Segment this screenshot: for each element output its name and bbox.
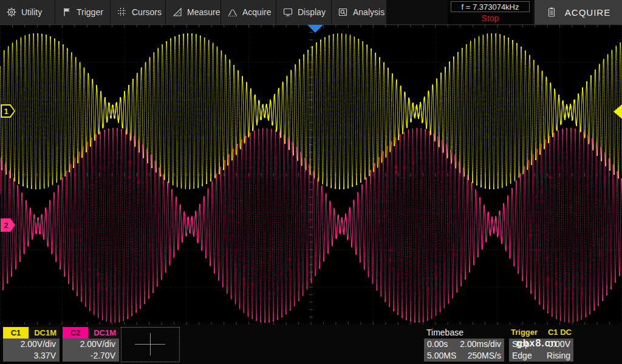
timebase-values: 0.00s 2.00ms/div 5.00MS 250MS/s — [424, 339, 504, 362]
channel1-values: 2.00V/div 3.37V — [3, 339, 60, 362]
menu-label: Trigger — [77, 7, 103, 17]
flag-icon — [61, 7, 72, 18]
trigger-type: Edge — [512, 350, 541, 362]
channel1-header: C1 DC1M — [3, 327, 60, 339]
channel1-chip: C1 — [3, 327, 29, 339]
add-channel-button[interactable] — [121, 327, 180, 362]
gear-icon — [6, 7, 17, 18]
bell-curve-icon — [227, 7, 238, 18]
waveform-display: 1 2 — [0, 25, 622, 325]
channel2-header: C2 DC1M — [63, 327, 119, 339]
clipboard-icon — [546, 7, 557, 18]
monitor-icon — [282, 7, 293, 18]
channel2-values: 2.00V/div -2.70V — [63, 339, 119, 362]
channel2-coupling: DC1M — [88, 327, 119, 339]
menu-item-acquire[interactable]: Acquire — [221, 0, 276, 24]
channel2-chip: C2 — [63, 327, 88, 339]
channel1-coupling: DC1M — [29, 327, 60, 339]
channel1-info-box[interactable]: C1 DC1M 2.00V/div 3.37V — [3, 327, 60, 362]
setsquare-icon — [172, 7, 183, 18]
plus-icon — [150, 333, 151, 356]
channel2-info-box[interactable]: C2 DC1M 2.00V/div -2.70V — [63, 327, 119, 362]
channel1-offset: 3.37V — [7, 350, 56, 362]
acquire-button-label: ACQUIRE — [565, 7, 610, 18]
timebase-info-box[interactable]: Timebase 0.00s 2.00ms/div 5.00MS 250MS/s — [424, 327, 504, 362]
channel1-scale: 2.00V/div — [7, 339, 56, 350]
timebase-sample-rate: 250MS/s — [460, 350, 501, 362]
frequency-counter-block: f = 7.373074kHz Stop — [448, 0, 533, 24]
menu-label: Acquire — [242, 7, 271, 17]
magnifier-doc-icon — [338, 7, 349, 18]
trigger-slope: Rising — [541, 350, 570, 362]
frequency-readout: f = 7.373074kHz — [451, 1, 530, 12]
trigger-source: C1 DC — [548, 327, 572, 339]
menu-label: Display — [298, 7, 326, 17]
channel1-marker-label: 1 — [1, 104, 12, 118]
scope-grid-and-traces — [0, 25, 622, 325]
acquire-button[interactable]: ACQUIRE — [535, 0, 622, 24]
timebase-points: 5.00MS — [427, 350, 460, 362]
menu-item-display[interactable]: Display — [276, 0, 331, 24]
menu-label: Analysis — [353, 7, 384, 17]
menu-label: Cursors — [132, 7, 162, 17]
cursors-grid-icon — [117, 7, 128, 18]
watermark: gbx8.cn — [516, 338, 557, 349]
trigger-level-marker[interactable] — [613, 104, 622, 119]
timebase-scale: 2.00ms/div — [460, 339, 501, 350]
menu-item-utility[interactable]: Utility — [0, 0, 55, 24]
trigger-title: Trigger — [511, 327, 538, 339]
channel2-offset: -2.70V — [66, 350, 115, 362]
menu-item-cursors[interactable]: Cursors — [111, 0, 165, 24]
timebase-delay: 0.00s — [427, 339, 460, 350]
trigger-header: Trigger C1 DC — [509, 327, 573, 339]
run-status: Stop — [448, 13, 533, 23]
menu-label: Utility — [21, 7, 42, 17]
channel2-scale: 2.00V/div — [66, 339, 115, 350]
timebase-title: Timebase — [424, 327, 504, 339]
menu-item-analysis[interactable]: Analysis — [332, 0, 386, 24]
trigger-position-marker[interactable] — [307, 25, 323, 33]
menu-label: Measure — [187, 7, 220, 17]
menu-item-trigger[interactable]: Trigger — [55, 0, 110, 24]
menu-item-measure[interactable]: Measure — [166, 0, 220, 24]
channel2-marker-label: 2 — [1, 218, 12, 232]
top-menu-bar: Utility Trigger Cursors Measure Acquire — [0, 0, 622, 25]
